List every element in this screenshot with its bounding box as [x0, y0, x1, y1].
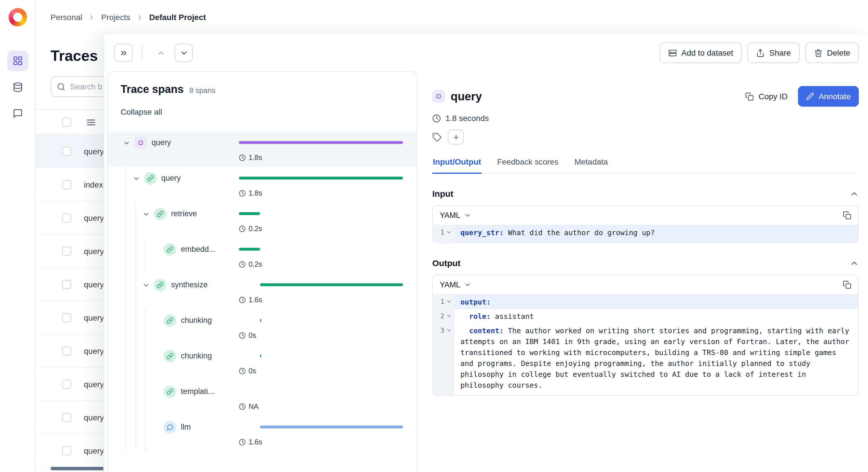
chevron-down-icon: [464, 281, 471, 289]
span-duration: 1.8s: [239, 154, 262, 162]
fold-chevron-icon[interactable]: [446, 299, 452, 305]
collapse-all-button[interactable]: Collapse all: [121, 107, 162, 116]
row-label: query: [84, 346, 104, 355]
input-section: Input YAML: [432, 189, 859, 243]
tree-indent: [119, 385, 149, 416]
copy-id-button[interactable]: Copy ID: [740, 86, 794, 107]
code-line: 2 role: assistant: [433, 309, 858, 324]
span-duration: 0s: [239, 367, 256, 375]
line-number: 2: [433, 309, 455, 324]
line-number: 1: [433, 225, 455, 243]
span-row[interactable]: chunking 0s: [108, 309, 417, 345]
code-line: 1 output:: [433, 295, 858, 309]
duration-text: 1.8 seconds: [445, 113, 489, 123]
copy-icon: [843, 211, 851, 220]
breadcrumb-item-personal[interactable]: Personal: [51, 12, 82, 22]
row-checkbox[interactable]: [62, 246, 71, 256]
row-checkbox[interactable]: [62, 346, 71, 355]
previous-trace-button[interactable]: [152, 43, 170, 62]
duration-bar: [239, 248, 260, 250]
row-label: query: [84, 379, 104, 389]
tab-feedback-scores[interactable]: Feedback scores: [497, 157, 559, 174]
collapse-output-button[interactable]: [849, 258, 859, 268]
row-checkbox[interactable]: [62, 446, 71, 455]
select-all-checkbox[interactable]: [62, 117, 71, 127]
clock-icon: [239, 190, 246, 197]
code-content: query_str: What did the author do growin…: [455, 225, 858, 243]
add-tag-button[interactable]: [448, 130, 464, 144]
row-checkbox[interactable]: [62, 180, 71, 189]
input-codebox-head: YAML: [433, 206, 858, 225]
comet-logo[interactable]: [8, 8, 27, 26]
trash-icon: [814, 48, 823, 57]
row-checkbox[interactable]: [62, 379, 71, 389]
span-row[interactable]: templati... NA: [108, 380, 417, 416]
span-type-icon: [164, 421, 176, 434]
span-duration: NA: [239, 403, 259, 411]
copy-output-button[interactable]: [843, 280, 851, 289]
expand-chevron[interactable]: [119, 136, 133, 150]
expand-chevron[interactable]: [139, 207, 153, 221]
sidebar-item-projects[interactable]: [7, 50, 28, 71]
copy-icon: [843, 280, 851, 289]
add-to-dataset-button[interactable]: Add to dataset: [660, 42, 742, 63]
fold-chevron-icon[interactable]: [446, 313, 452, 319]
row-checkbox[interactable]: [62, 413, 71, 422]
spans-header: Trace spans 8 spans Collapse all: [108, 72, 417, 116]
output-section-head: Output: [432, 258, 859, 268]
span-name: chunking: [181, 314, 212, 328]
sidebar-item-datasets[interactable]: [7, 77, 28, 98]
expand-chevron[interactable]: [129, 171, 143, 185]
span-row[interactable]: query 1.8s: [108, 167, 417, 202]
add-to-dataset-label: Add to dataset: [681, 48, 733, 57]
output-format-select[interactable]: YAML: [440, 280, 471, 289]
span-row[interactable]: query 1.8s: [108, 131, 417, 167]
sidebar-item-prompts[interactable]: [7, 103, 28, 124]
chevron-down-icon: [464, 212, 471, 219]
span-duration: 0.2s: [239, 225, 262, 233]
duration-track: 0.2s: [239, 202, 403, 238]
expand-chevron[interactable]: [139, 278, 153, 292]
table-menu-button[interactable]: [86, 117, 96, 127]
chevron-up-icon: [849, 258, 859, 268]
topbar: Personal Projects Default Project: [36, 0, 868, 34]
horizontal-scrollbar-thumb[interactable]: [51, 467, 105, 470]
next-trace-button[interactable]: [175, 43, 193, 62]
pen-icon: [806, 92, 814, 100]
clock-icon: [239, 403, 246, 410]
database-icon: [12, 82, 23, 92]
duration-track: 0s: [239, 345, 403, 380]
duration-bar: [260, 355, 261, 357]
span-row[interactable]: retrieve 0.2s: [108, 202, 417, 238]
fold-chevron-icon[interactable]: [446, 229, 452, 235]
span-row[interactable]: embedd... 0.2s: [108, 238, 417, 274]
output-codebox-head: YAML: [433, 275, 858, 294]
annotate-button[interactable]: Annotate: [798, 86, 859, 107]
row-checkbox[interactable]: [62, 146, 71, 156]
row-checkbox[interactable]: [62, 213, 71, 222]
copy-input-button[interactable]: [843, 211, 851, 220]
details-header: query Copy ID Annotate: [432, 86, 859, 107]
share-button[interactable]: Share: [747, 42, 799, 63]
dataset-icon: [668, 48, 677, 57]
span-row[interactable]: llm 1.6s: [108, 416, 417, 451]
fold-chevron-icon[interactable]: [446, 328, 452, 333]
span-duration: 1.8s: [239, 189, 262, 197]
panel-body: Trace spans 8 spans Collapse all query 1…: [104, 71, 868, 472]
input-format-select[interactable]: YAML: [440, 211, 471, 220]
collapse-input-button[interactable]: [849, 189, 859, 198]
tab-input-output[interactable]: Input/Output: [432, 157, 482, 174]
delete-button[interactable]: Delete: [805, 42, 859, 63]
breadcrumb-item-projects[interactable]: Projects: [101, 12, 130, 22]
clock-icon: [239, 225, 246, 232]
collapse-panel-button[interactable]: [114, 43, 133, 62]
chevron-up-icon: [849, 189, 859, 198]
row-checkbox[interactable]: [62, 279, 71, 289]
tree-indent: [119, 349, 149, 380]
tab-metadata[interactable]: Metadata: [574, 157, 609, 174]
chevron-down-icon: [123, 139, 130, 146]
span-row[interactable]: chunking 0s: [108, 345, 417, 380]
row-checkbox[interactable]: [62, 313, 71, 322]
span-row[interactable]: synthesize 1.6s: [108, 274, 417, 309]
toolbar-divider: [142, 44, 143, 61]
